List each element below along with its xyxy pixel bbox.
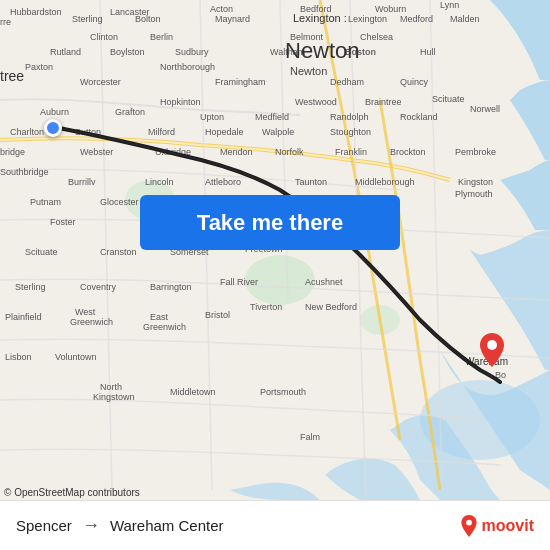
svg-text:Grafton: Grafton [115,107,145,117]
svg-text:Scituate: Scituate [432,94,465,104]
svg-text:Malden: Malden [450,14,480,24]
svg-text:Hopedale: Hopedale [205,127,244,137]
svg-text:West: West [75,307,96,317]
svg-text:Pembroke: Pembroke [455,147,496,157]
svg-text:Hubbardston: Hubbardston [10,7,62,17]
svg-text:Randolph: Randolph [330,112,369,122]
newton-label: Newton [285,38,360,64]
take-me-there-button[interactable]: Take me there [140,195,400,250]
svg-text:Glocester: Glocester [100,197,139,207]
map-container: Hubbardston Lancaster Acton Bedford Wobu… [0,0,550,500]
svg-text:Sterling: Sterling [15,282,46,292]
svg-text:Burrillv: Burrillv [68,177,96,187]
svg-text:Cranston: Cranston [100,247,137,257]
svg-text:Fall River: Fall River [220,277,258,287]
svg-point-101 [487,340,497,350]
destination-marker [480,333,504,367]
svg-text:Portsmouth: Portsmouth [260,387,306,397]
svg-text:Lisbon: Lisbon [5,352,32,362]
svg-text:Voluntown: Voluntown [55,352,97,362]
svg-text:Webster: Webster [80,147,113,157]
svg-text:Lincoln: Lincoln [145,177,174,187]
svg-text:Kingston: Kingston [458,177,493,187]
svg-text:Tiverton: Tiverton [250,302,282,312]
svg-text:New Bedford: New Bedford [305,302,357,312]
svg-text:Greenwich: Greenwich [143,322,186,332]
svg-text:Hull: Hull [420,47,436,57]
svg-text:North: North [100,382,122,392]
svg-point-102 [466,519,472,525]
svg-text:Norwell: Norwell [470,104,500,114]
svg-text:Stoughton: Stoughton [330,127,371,137]
svg-text:Falm: Falm [300,432,320,442]
svg-text:Putnam: Putnam [30,197,61,207]
route-info: Spencer → Wareham Center [16,515,224,536]
svg-text:Franklin: Franklin [335,147,367,157]
svg-text:Charlton: Charlton [10,127,44,137]
svg-text:Uxbridge: Uxbridge [155,147,191,157]
svg-text:Boylston: Boylston [110,47,145,57]
svg-text:Attleboro: Attleboro [205,177,241,187]
svg-text:Clinton: Clinton [90,32,118,42]
svg-text:bridge: bridge [0,147,25,157]
tree-label: tree [0,68,24,84]
svg-text:Berlin: Berlin [150,32,173,42]
svg-point-1 [420,380,540,460]
svg-text:Rutland: Rutland [50,47,81,57]
moovit-brand-text: moovit [482,517,534,535]
svg-text:Dedham: Dedham [330,77,364,87]
svg-text:Southbridge: Southbridge [0,167,49,177]
map-attribution: © OpenStreetMap contributors [4,487,140,498]
svg-text:Taunton: Taunton [295,177,327,187]
svg-text:Paxton: Paxton [25,62,53,72]
svg-text:Scituate: Scituate [25,247,58,257]
svg-text:Sterling: Sterling [72,14,103,24]
svg-text:Bo: Bo [495,370,506,380]
svg-text:Middleborough: Middleborough [355,177,415,187]
svg-text:Milford: Milford [148,127,175,137]
moovit-logo: moovit [460,515,534,537]
svg-text:Sudbury: Sudbury [175,47,209,57]
svg-text:Plymouth: Plymouth [455,189,493,199]
svg-text:Kingstown: Kingstown [93,392,135,402]
svg-text:Lexington: Lexington [348,14,387,24]
svg-text:Mendon: Mendon [220,147,253,157]
svg-text:Medfield: Medfield [255,112,289,122]
svg-text:Middletown: Middletown [170,387,216,397]
svg-text:Greenwich: Greenwich [70,317,113,327]
svg-text:Rockland: Rockland [400,112,438,122]
svg-text:Lynn: Lynn [440,0,459,10]
svg-text:rre: rre [0,17,11,27]
svg-text:Bristol: Bristol [205,310,230,320]
svg-text:Acushnet: Acushnet [305,277,343,287]
arrow-right-icon: → [82,515,100,536]
moovit-pin-icon [460,515,478,537]
svg-text:Plainfield: Plainfield [5,312,42,322]
svg-text:Coventry: Coventry [80,282,117,292]
map-background: Hubbardston Lancaster Acton Bedford Wobu… [0,0,550,500]
svg-text:Hopkinton: Hopkinton [160,97,201,107]
svg-text:Quincy: Quincy [400,77,429,87]
svg-text:East: East [150,312,169,322]
svg-text:Northborough: Northborough [160,62,215,72]
svg-text:Foster: Foster [50,217,76,227]
svg-text:Medford: Medford [400,14,433,24]
svg-text:Maynard: Maynard [215,14,250,24]
svg-text:Brockton: Brockton [390,147,426,157]
svg-text:Chelsea: Chelsea [360,32,393,42]
bottom-bar: Spencer → Wareham Center moovit [0,500,550,550]
svg-text:Bolton: Bolton [135,14,161,24]
svg-text:Walpole: Walpole [262,127,294,137]
destination-label: Wareham Center [110,517,224,534]
svg-text:Framingham: Framingham [215,77,266,87]
origin-marker [44,119,62,137]
lexington-label: Lexington : [293,12,347,24]
svg-text:Braintree: Braintree [365,97,402,107]
svg-text:Barrington: Barrington [150,282,192,292]
svg-text:Newton: Newton [290,65,327,77]
svg-text:Woburn: Woburn [375,4,406,14]
origin-label: Spencer [16,517,72,534]
svg-text:Acton: Acton [210,4,233,14]
svg-text:Worcester: Worcester [80,77,121,87]
svg-text:Auburn: Auburn [40,107,69,117]
